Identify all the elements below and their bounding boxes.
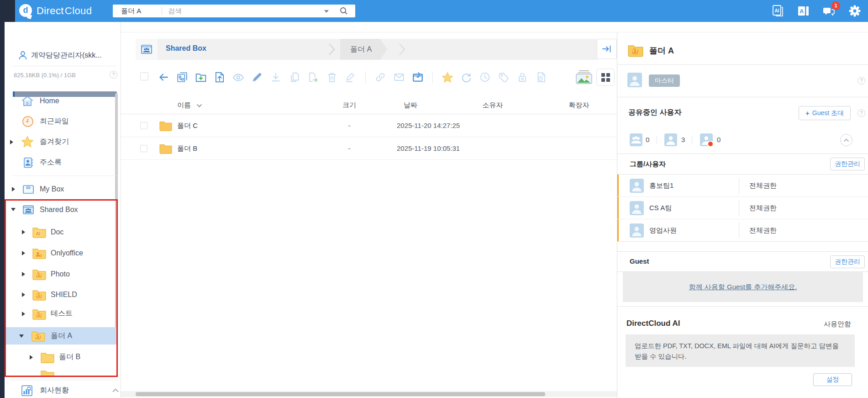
sidebar-item-label: 최근파일 [40,117,69,126]
file-log-icon[interactable] [535,71,547,83]
mail-icon[interactable] [393,71,405,83]
divider [9,380,118,380]
gear-icon[interactable] [848,4,862,18]
sidebar-item-home[interactable]: Home [5,90,118,111]
file-name[interactable]: 폴더 B [177,144,197,153]
sidebar-item-my-box[interactable]: My Box [5,179,118,199]
column-header-owner[interactable]: 소유자 [479,101,506,110]
guest-invite-button[interactable]: + Guest 초대 [799,106,851,120]
sidebar-item-folder-a-selected[interactable]: 폴더 A [5,327,118,345]
sidebar-item-company-status[interactable]: 회사현황 [5,383,118,398]
translate-icon[interactable]: A [797,4,810,18]
lock-icon[interactable] [516,71,528,83]
column-header-name[interactable]: 이름 [177,101,191,110]
user-icon [17,50,28,61]
rename-icon[interactable] [345,71,357,83]
chevron-right-icon [399,43,406,56]
expand-arrow-icon[interactable] [22,292,25,297]
chevron-up-icon[interactable] [112,388,119,393]
expand-arrow-icon[interactable] [30,355,33,360]
edit-pencil-icon[interactable] [251,71,263,83]
brand-title[interactable]: DirectCloud [37,5,92,17]
help-icon[interactable]: ? [857,109,865,117]
permission-row[interactable]: 영업사원 전체권한 [617,219,868,242]
search-scope-value[interactable]: 폴더 A [121,7,141,16]
sidebar-item-folder-b[interactable]: 폴더 B [5,347,118,367]
move-icon[interactable] [307,71,319,83]
search-icon[interactable] [340,7,348,15]
sidebar-item-label: 즐겨찾기 [40,137,69,147]
column-header-date[interactable]: 날짜 [404,101,417,110]
sidebar-item-shared-box[interactable]: Shared Box [5,199,118,220]
search-bar[interactable]: 폴더 A 검색 [113,5,355,17]
help-icon[interactable]: ? [857,77,865,85]
back-icon[interactable] [158,71,169,83]
ai-document-icon[interactable]: AI [771,4,785,18]
manage-permissions-button[interactable]: 권한관리 [830,158,865,170]
expand-arrow-icon[interactable] [22,251,25,255]
copy-icon[interactable] [289,71,300,83]
permission-row[interactable]: CS A팀 전체권한 [617,197,868,219]
sidebar-item-favorites[interactable]: 즐겨찾기 [5,132,118,152]
grid-view-icon[interactable] [596,69,615,86]
column-header-size[interactable]: 크기 [329,101,370,110]
tree-copy-icon[interactable] [176,71,188,83]
expand-arrow-icon[interactable] [22,272,25,276]
panel-collapse-button[interactable] [597,39,617,59]
download-icon[interactable] [270,71,282,83]
chevron-down-icon[interactable] [324,10,329,13]
shared-folder-icon [32,268,47,280]
table-row[interactable]: 폴더 B - 2025-11-19 10:05:31 [121,137,617,160]
preview-eye-icon[interactable] [232,71,244,83]
collapse-arrow-icon[interactable] [19,334,24,338]
expand-arrow-icon[interactable] [22,312,25,316]
ai-section-title: DirectCloud AI [626,319,680,328]
row-checkbox[interactable] [140,122,147,129]
breadcrumb-current[interactable]: 폴더 A [340,39,387,60]
table-row[interactable]: 폴더 C - 2025-11-20 14:27:25 [121,114,617,137]
sync-icon[interactable] [460,71,472,83]
plus-icon: + [805,109,810,117]
storage-help-icon[interactable]: ? [110,71,117,79]
sidebar-item-folder-doc[interactable]: AI Doc [5,222,118,242]
permission-row[interactable]: 홍보팀1 전체권한 [617,175,868,197]
guest-manage-permissions-button[interactable]: 권한관리 [830,255,865,268]
sort-chevron-icon[interactable] [196,104,202,107]
web-collect-icon[interactable] [412,71,424,83]
svg-text:A: A [800,8,804,15]
expand-arrow-icon[interactable] [10,140,13,144]
member-permission: 전체권한 [749,204,777,212]
sidebar-item-folder-photo[interactable]: Photo [5,264,118,284]
ai-settings-button[interactable]: 설정 [813,373,852,386]
delete-trash-icon[interactable] [326,71,338,83]
favorite-star-icon[interactable] [442,71,453,83]
select-all-checkbox[interactable] [140,72,148,80]
expand-arrow-icon[interactable] [12,187,15,191]
file-name[interactable]: 폴더 C [177,122,198,130]
sidebar-item-recent-files[interactable]: 최근파일 [5,111,118,132]
sidebar-item-folder-onlyoffice[interactable]: Onlyoffice [5,243,118,263]
link-icon[interactable] [374,71,386,83]
tag-icon[interactable] [498,71,510,83]
avatar [630,223,644,238]
breadcrumb-root[interactable]: Shared Box [166,44,206,53]
search-input[interactable]: 검색 [168,7,182,16]
row-checkbox[interactable] [140,145,147,152]
thumbnail-view-icon[interactable] [575,70,593,85]
collapse-arrow-icon[interactable] [11,208,16,211]
scrollbar-thumb[interactable] [136,392,545,396]
new-folder-icon[interactable] [195,71,207,83]
sidebar-item-folder-test[interactable]: 테스트 [5,303,118,324]
divider [739,200,739,216]
sidebar-item-address-book[interactable]: 주소록 [5,152,118,173]
column-header-ext[interactable]: 확장자 [565,101,593,110]
upload-icon[interactable] [214,71,226,83]
expand-arrow-icon[interactable] [22,230,25,234]
notification-icon[interactable]: 1 [822,4,836,18]
history-clock-icon[interactable] [479,71,491,83]
horizontal-scrollbar[interactable] [121,391,617,397]
sidebar-item-folder-shield[interactable]: SHIELD [5,284,118,305]
add-guest-link[interactable]: 함께 사용할 Guest를 추가해주세요. [689,283,797,291]
user-name[interactable]: 계약담당관리자(skk... [31,51,102,60]
collapse-section-icon[interactable] [840,134,852,146]
